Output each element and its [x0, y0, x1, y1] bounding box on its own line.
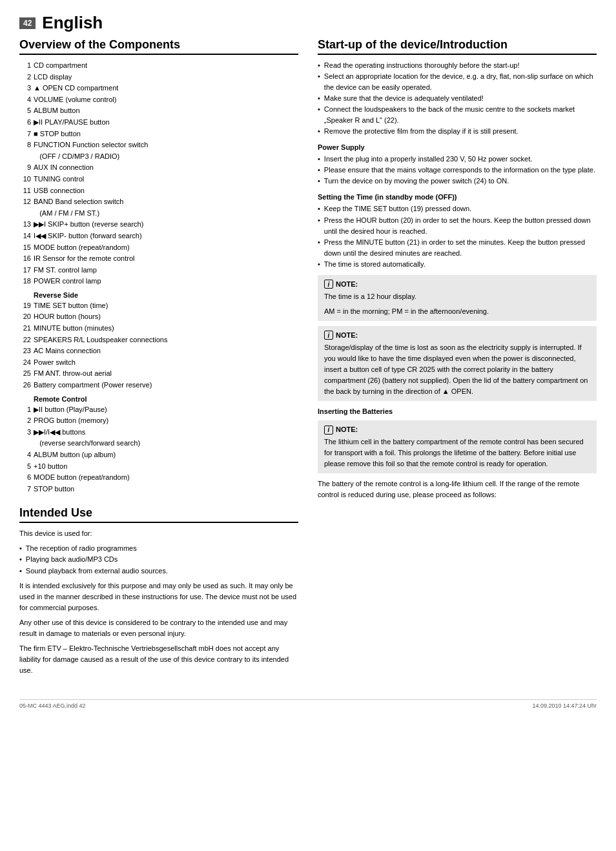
remote-control-header: Remote Control — [19, 395, 298, 403]
list-item: Please ensure that the mains voltage cor… — [318, 165, 597, 176]
list-item: 1▶II button (Play/Pause) — [19, 404, 298, 416]
list-item: 12BAND Band selection switch (AM / FM / … — [19, 196, 298, 219]
list-item: 2LCD display — [19, 72, 298, 83]
footer-left: 05-MC 4443 AEG.indd 42 — [19, 702, 86, 709]
list-item: 9AUX IN connection — [19, 162, 298, 174]
list-item: 1CD compartment — [19, 60, 298, 72]
list-item: 14I◀◀ SKIP- button (forward search) — [19, 231, 298, 242]
intended-use-section: Intended Use This device is used for: Th… — [19, 506, 298, 676]
list-item: The reception of radio programmes — [19, 543, 298, 554]
right-column: Start-up of the device/Introduction Read… — [318, 38, 597, 680]
list-item: 19TIME SET button (time) — [19, 300, 298, 312]
list-item: 5+10 button — [19, 461, 298, 473]
list-item: 26Battery compartment (Power reserve) — [19, 380, 298, 391]
list-item: 18POWER control lamp — [19, 276, 298, 287]
list-item: 6MODE button (repeat/random) — [19, 472, 298, 484]
list-item: 20HOUR button (hours) — [19, 311, 298, 323]
list-item: 4ALBUM button (up album) — [19, 449, 298, 461]
reverse-side-header: Reverse Side — [19, 291, 298, 299]
final-paragraph: The battery of the remote control is a l… — [318, 478, 597, 500]
list-item: 22SPEAKERS R/L Loudspeaker connections — [19, 334, 298, 346]
reverse-side-list: 19TIME SET button (time) 20HOUR button (… — [19, 300, 298, 391]
list-item: Turn the device on by moving the power s… — [318, 176, 597, 187]
power-supply-list: Insert the plug into a properly installe… — [318, 154, 597, 187]
note-1-line-1: The time is a 12 hour display. — [324, 291, 590, 302]
remote-control-list: 1▶II button (Play/Pause) 2PROG button (m… — [19, 404, 298, 495]
intended-intro: This device is used for: — [19, 528, 298, 539]
note-1-line-2: AM = in the morning; PM = in the afterno… — [324, 306, 590, 317]
intended-para-1: It is intended exclusively for this purp… — [19, 580, 298, 613]
list-item: 21MINUTE button (minutes) — [19, 323, 298, 334]
component-list: 1CD compartment 2LCD display 3▲ OPEN CD … — [19, 60, 298, 287]
list-item: Press the MINUTE button (21) in order to… — [318, 237, 597, 259]
list-item: 25FM ANT. throw-out aerial — [19, 368, 298, 380]
list-item: The time is stored automatically. — [318, 259, 597, 270]
note-3-text: The lithium cell in the battery compartm… — [324, 436, 590, 469]
startup-title: Start-up of the device/Introduction — [318, 38, 597, 55]
list-item: 15MODE button (repeat/random) — [19, 242, 298, 254]
page-number: 42 — [19, 17, 36, 29]
list-item: Select an appropriate location for the d… — [318, 71, 597, 93]
list-item: 23AC Mains connection — [19, 345, 298, 357]
list-item: 11USB connection — [19, 185, 298, 197]
intended-use-title: Intended Use — [19, 506, 298, 523]
two-column-layout: Overview of the Components 1CD compartme… — [19, 38, 597, 680]
note-box-2: i NOTE: Storage/display of the time is l… — [318, 326, 597, 401]
power-supply-header: Power Supply — [318, 143, 597, 151]
list-item: 10TUNING control — [19, 174, 298, 185]
list-item: 16IR Sensor for the remote control — [19, 253, 298, 265]
note-2-text: Storage/display of the time is lost as s… — [324, 342, 590, 397]
intended-para-2: Any other use of this device is consider… — [19, 617, 298, 639]
list-item: 7STOP button — [19, 484, 298, 495]
list-item: Insert the plug into a properly installe… — [318, 154, 597, 165]
list-item: Connect the loudspeakers to the back of … — [318, 104, 597, 126]
setting-time-header: Setting the Time (in standby mode (OFF)) — [318, 193, 597, 201]
overview-title: Overview of the Components — [19, 38, 298, 55]
list-item: Keep the TIME SET button (19) pressed do… — [318, 203, 597, 214]
page-container: 42 English Overview of the Components 1C… — [19, 13, 597, 709]
list-item: Sound playback from external audio sourc… — [19, 566, 298, 577]
list-item: 24Power switch — [19, 357, 298, 369]
note-box-3: i NOTE: The lithium cell in the battery … — [318, 420, 597, 473]
list-item: 13▶▶I SKIP+ button (reverse search) — [19, 219, 298, 231]
startup-intro-list: Read the operating instructions thorough… — [318, 60, 597, 137]
list-item: 3▶▶I/I◀◀ buttons (reverse search/forward… — [19, 427, 298, 449]
info-icon-3: i — [324, 425, 333, 435]
note-2-title: i NOTE: — [324, 330, 590, 341]
list-item: 3▲ OPEN CD compartment — [19, 83, 298, 94]
page-title: English — [42, 13, 103, 33]
left-column: Overview of the Components 1CD compartme… — [19, 38, 298, 680]
list-item: 6▶II PLAY/PAUSE button — [19, 117, 298, 128]
list-item: 7■ STOP button — [19, 128, 298, 140]
setting-time-list: Keep the TIME SET button (19) pressed do… — [318, 203, 597, 269]
list-item: Read the operating instructions thorough… — [318, 60, 597, 71]
list-item: 4VOLUME (volume control) — [19, 94, 298, 106]
note-3-title: i NOTE: — [324, 424, 590, 435]
list-item: Playing back audio/MP3 CDs — [19, 554, 298, 565]
list-item: Remove the protective film from the disp… — [318, 126, 597, 137]
info-icon-1: i — [324, 280, 333, 289]
list-item: 5ALBUM button — [19, 105, 298, 117]
list-item: Make sure that the device is adequately … — [318, 93, 597, 104]
inserting-batteries-header: Inserting the Batteries — [318, 407, 597, 415]
intended-use-list: The reception of radio programmes Playin… — [19, 543, 298, 576]
footer-right: 14.09.2010 14:47:24 Uhr — [532, 702, 597, 709]
info-icon-2: i — [324, 331, 333, 340]
page-footer: 05-MC 4443 AEG.indd 42 14.09.2010 14:47:… — [19, 699, 597, 709]
note-box-1: i NOTE: The time is a 12 hour display. A… — [318, 275, 597, 321]
intended-para-3: The firm ETV – Elektro-Technische Vertri… — [19, 643, 298, 676]
page-header: 42 English — [19, 13, 597, 33]
note-1-title: i NOTE: — [324, 279, 590, 290]
list-item: 8FUNCTION Function selector switch (OFF … — [19, 139, 298, 162]
list-item: 2PROG button (memory) — [19, 415, 298, 427]
list-item: 17FM ST. control lamp — [19, 265, 298, 276]
list-item: Press the HOUR button (20) in order to s… — [318, 215, 597, 237]
